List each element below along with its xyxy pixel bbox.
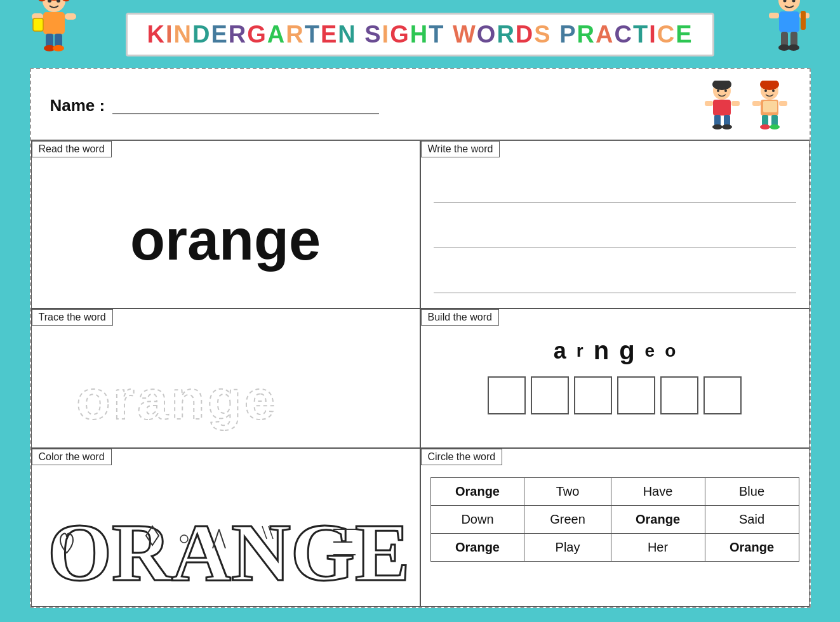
svg-point-35 <box>712 124 723 129</box>
circle-cell-said[interactable]: Said <box>705 506 799 534</box>
circle-cell-two[interactable]: Two <box>524 478 611 506</box>
circle-cell-her[interactable]: Her <box>611 534 705 562</box>
svg-point-40 <box>772 89 775 92</box>
svg-point-47 <box>760 124 770 129</box>
svg-rect-19 <box>769 13 779 18</box>
build-boxes-row <box>430 376 799 414</box>
svg-point-13 <box>53 45 64 51</box>
mascot-left <box>25 0 83 56</box>
build-box-1[interactable] <box>488 376 526 414</box>
svg-rect-32 <box>731 101 740 106</box>
svg-point-39 <box>764 89 767 92</box>
svg-rect-42 <box>752 101 761 106</box>
worksheet: Name : <box>30 68 811 608</box>
circle-cell-orange-1[interactable]: Orange <box>430 478 524 506</box>
svg-text:ORANGE: ORANGE <box>48 506 410 593</box>
build-box-2[interactable] <box>531 376 569 414</box>
name-line[interactable] <box>112 96 379 114</box>
write-label: Write the word <box>421 141 500 157</box>
kid-icon-2 <box>749 81 790 130</box>
circle-cell-play[interactable]: Play <box>524 534 611 562</box>
mascot-right <box>764 0 815 56</box>
circle-table: Orange Two Have Blue Down Green Orange S… <box>430 477 799 562</box>
svg-rect-6 <box>43 12 65 34</box>
write-line-3[interactable] <box>434 258 796 293</box>
build-box-5[interactable] <box>660 376 698 414</box>
title-box: KINDERGARTEN SIGHT WORDS PRACTICE <box>126 13 714 56</box>
svg-rect-21 <box>801 11 806 30</box>
header: KINDERGARTEN SIGHT WORDS PRACTICE <box>19 13 821 56</box>
trace-word-svg: orange <box>70 362 381 432</box>
name-label: Name : <box>50 96 380 116</box>
build-label: Build the word <box>421 309 499 326</box>
build-box-3[interactable] <box>574 376 612 414</box>
page-wrapper: KINDERGARTEN SIGHT WORDS PRACTICE <box>0 0 840 622</box>
build-cell: Build the word a r n g e o <box>420 308 810 448</box>
svg-point-48 <box>770 124 780 129</box>
trace-label: Trace the word <box>32 309 113 326</box>
build-letter-1: r <box>577 341 583 361</box>
svg-rect-9 <box>33 18 43 31</box>
build-letters-row: a r n g e o <box>430 336 799 365</box>
read-word: orange <box>130 208 321 273</box>
circle-cell: Circle the word Orange Two Have Blue Dow… <box>420 448 810 607</box>
kid-icon-1 <box>702 81 743 130</box>
circle-cell-orange-2[interactable]: Orange <box>611 506 705 534</box>
build-letter-2: n <box>594 336 609 365</box>
svg-text:orange: orange <box>76 368 277 431</box>
circle-cell-have[interactable]: Have <box>611 478 705 506</box>
read-cell: Read the word orange <box>31 140 420 308</box>
svg-point-14 <box>778 0 800 11</box>
circle-cell-blue[interactable]: Blue <box>705 478 799 506</box>
build-box-6[interactable] <box>703 376 742 414</box>
svg-point-25 <box>788 44 799 51</box>
name-text: Name : <box>50 96 105 116</box>
read-label: Read the word <box>32 141 112 157</box>
write-line-2[interactable] <box>434 213 796 248</box>
write-cell: Write the word <box>420 140 810 308</box>
build-letter-0: a <box>554 338 566 364</box>
build-letter-5: o <box>665 341 676 361</box>
circle-row-3: Orange Play Her Orange <box>430 534 799 562</box>
circle-label: Circle the word <box>421 449 503 465</box>
circle-cell-down[interactable]: Down <box>430 506 524 534</box>
activities-grid: Read the word orange Write the word Trac… <box>31 140 810 607</box>
svg-rect-44 <box>763 101 777 112</box>
build-letter-4: e <box>645 341 655 361</box>
color-cell: Color the word ORANGE <box>31 448 420 607</box>
svg-rect-18 <box>779 11 799 32</box>
circle-row-1: Orange Two Have Blue <box>430 478 799 506</box>
build-letter-3: g <box>619 336 634 365</box>
write-line-1[interactable] <box>434 168 796 203</box>
page-title: KINDERGARTEN SIGHT WORDS PRACTICE <box>147 21 693 48</box>
svg-point-28 <box>717 89 719 92</box>
trace-cell: Trace the word orange <box>31 308 420 448</box>
color-label: Color the word <box>32 449 112 465</box>
name-row: Name : <box>31 69 810 140</box>
svg-point-29 <box>724 89 727 92</box>
svg-rect-43 <box>779 101 787 106</box>
svg-rect-8 <box>65 13 76 20</box>
circle-cell-orange-4[interactable]: Orange <box>705 534 799 562</box>
circle-cell-orange-3[interactable]: Orange <box>430 534 524 562</box>
name-icons <box>702 81 790 130</box>
circle-cell-green[interactable]: Green <box>524 506 611 534</box>
svg-point-0 <box>43 0 65 12</box>
circle-row-2: Down Green Orange Said <box>430 506 799 534</box>
color-word: ORANGE <box>41 491 410 595</box>
svg-rect-31 <box>705 101 713 106</box>
svg-rect-30 <box>713 100 731 116</box>
svg-point-36 <box>722 124 732 129</box>
build-box-4[interactable] <box>617 376 655 414</box>
